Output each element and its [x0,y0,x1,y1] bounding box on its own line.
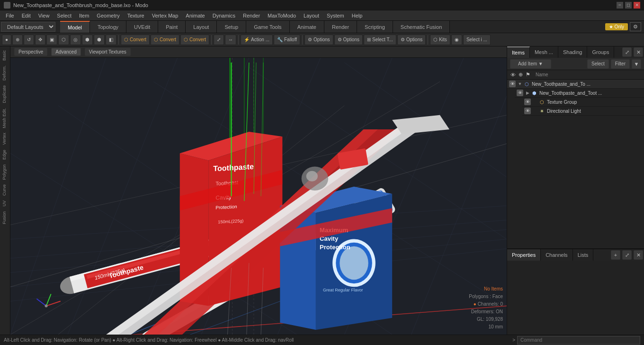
advanced-button[interactable]: Advanced [51,48,80,56]
mode-tab-scripting[interactable]: Scripting [357,21,393,33]
viewport[interactable]: Perspective Advanced Viewport Textures [10,46,507,335]
select-i-button[interactable]: ◉ [451,35,462,45]
close-button[interactable]: ✕ [634,2,640,9]
command-input[interactable] [517,336,640,345]
menu-item-dynamics[interactable]: Dynamics [209,12,239,19]
maximize-button[interactable]: □ [625,2,632,9]
window-controls[interactable]: − □ ✕ [617,2,640,9]
sidebar-tab-deform[interactable]: Deform. [1,64,9,82]
prop-tab-properties[interactable]: Properties [507,249,541,261]
expand-arrow[interactable]: ▼ [518,82,522,86]
menu-item-select[interactable]: Select [53,12,75,19]
viewport-textures-button[interactable]: Viewport Textures [85,48,131,56]
sidebar-tab-duplicate[interactable]: Duplicate [1,83,9,105]
menu-item-texture[interactable]: Texture [124,12,148,19]
menu-item-file[interactable]: File [2,12,18,19]
move-tool[interactable]: ⤢ [214,35,224,45]
star-only-button[interactable]: ★ Only [605,23,628,30]
visibility-icon[interactable]: 👁 [517,90,523,96]
viewport-canvas[interactable]: Toothpaste 150mL(225g) Toothpaste Toothp… [10,58,507,335]
list-item[interactable]: 👁 ▶ ⬡ Texture Group [522,98,644,107]
select-icon-button[interactable]: Select i ... [463,35,491,45]
falloff-button[interactable]: 🔧 Falloff [274,35,300,45]
items-tab-groups[interactable]: Groups [587,46,614,58]
list-item[interactable]: 👁 ▶ ☀ Directional Light [522,107,644,116]
items-tab-mesh[interactable]: Mesh ... [530,46,558,58]
menu-item-animate[interactable]: Animate [182,12,208,19]
visibility-icon[interactable]: 👁 [524,108,531,114]
prop-tab-lists[interactable]: Lists [573,249,594,261]
list-item[interactable]: 👁 ▶ ⬢ New_Toothpaste_and_Toot ... [515,89,644,98]
sidebar-tab-vertex[interactable]: Vertex [1,131,9,147]
sidebar-tab-meshedit[interactable]: Mesh Edit. [1,106,9,130]
kits-button[interactable]: ⬡ Kits [430,35,450,45]
mode-tab-render[interactable]: Render [324,21,357,33]
options-button-1[interactable]: ⚙ Options [304,35,333,45]
mode-tab-animate[interactable]: Animate [290,21,324,33]
options-button-3[interactable]: ⚙ Options [397,35,426,45]
prop-tab-channels[interactable]: Channels [541,249,572,261]
filter-dropdown[interactable]: ▼ [632,59,641,69]
mode-tab-layout[interactable]: Layout [186,21,217,33]
menu-item-render[interactable]: Render [239,12,264,19]
convert-button-2[interactable]: ⬡ Convert [151,35,179,45]
expand-arrow[interactable]: ▶ [525,91,530,95]
select-t-button[interactable]: ⊞ Select T... [364,35,396,45]
menu-item-view[interactable]: View [35,12,54,19]
mode-tab-topology[interactable]: Topology [90,21,126,33]
mode-tab-model[interactable]: Model [60,21,90,33]
sidebar-tab-fusion[interactable]: Fusion [1,209,9,226]
menu-item-layout[interactable]: Layout [300,12,323,19]
tool-select-circle[interactable]: ◎ [70,35,81,45]
prop-maximize[interactable]: ⤢ [622,250,632,260]
menu-item-item[interactable]: Item [75,12,93,19]
menu-item-vertex map[interactable]: Vertex Map [148,12,182,19]
sidebar-tab-curve[interactable]: Curve [1,182,9,198]
menu-item-edit[interactable]: Edit [18,12,35,19]
items-panel-maximize[interactable]: ⤢ [622,47,632,57]
visibility-icon[interactable]: 👁 [524,99,531,105]
gear-button[interactable]: ⚙ [630,22,641,31]
action-button[interactable]: ⚡ Action ... [241,35,273,45]
scale-tool[interactable]: ↔ [225,35,236,45]
mode-tab-uvedit[interactable]: UVEdit [126,21,158,33]
sidebar-tab-uv[interactable]: UV [1,199,9,209]
mode-tab-setup[interactable]: Setup [217,21,246,33]
prop-add-button[interactable]: + [611,250,620,260]
mode-tab-game-tools[interactable]: Game Tools [246,21,290,33]
sidebar-tab-basic[interactable]: Basic [1,48,9,63]
tool-crosshair[interactable]: ⊕ [12,35,23,45]
items-tab-shading[interactable]: Shading [558,46,587,58]
mode-tab-schematic-fusion[interactable]: Schematic Fusion [393,21,450,33]
sidebar-tab-polygon[interactable]: Polygon [1,163,9,182]
tool-mesh2[interactable]: ⬢ [94,35,105,45]
items-tab-items[interactable]: Items [507,46,530,58]
filter-button[interactable]: Filter [611,59,630,69]
menu-item-system[interactable]: System [323,12,348,19]
minimize-button[interactable]: − [617,2,623,9]
options-button-2[interactable]: ⚙ Options [334,35,363,45]
tool-move[interactable]: ✥ [35,35,45,45]
menu-item-help[interactable]: Help [348,12,367,19]
list-item[interactable]: 👁 ▼ ⬡ New_Toothpaste_and_To ... [507,80,644,89]
tool-lasso[interactable]: ⬡ [58,35,69,45]
menu-item-geometry[interactable]: Geometry [93,12,123,19]
perspective-button[interactable]: Perspective [14,48,47,56]
select-button[interactable]: Select [587,59,609,69]
prop-close[interactable]: ✕ [634,250,643,260]
tool-mesh1[interactable]: ⬢ [82,35,93,45]
visibility-icon[interactable]: 👁 [509,81,516,87]
sidebar-tab-edge[interactable]: Edge [1,148,9,162]
tool-rotate[interactable]: ↺ [24,35,34,45]
layout-select[interactable]: Default Layouts [1,22,55,32]
add-item-button[interactable]: Add Item ▼ [510,59,551,69]
tool-select-rect[interactable]: ▣ [46,35,57,45]
tool-split[interactable]: ◧ [106,35,116,45]
menu-item-maxtomodo[interactable]: MaxToModo [264,12,300,19]
items-panel-close[interactable]: ✕ [634,47,643,57]
mode-tab-paint[interactable]: Paint [158,21,186,33]
items-list[interactable]: 👁 ▼ ⬡ New_Toothpaste_and_To ... 👁 ▶ ⬢ Ne… [507,80,644,248]
tool-circle[interactable]: ● [2,35,11,45]
convert-button-3[interactable]: ⬡ Convert [180,35,209,45]
convert-button-1[interactable]: ⬡ Convert [121,35,150,45]
